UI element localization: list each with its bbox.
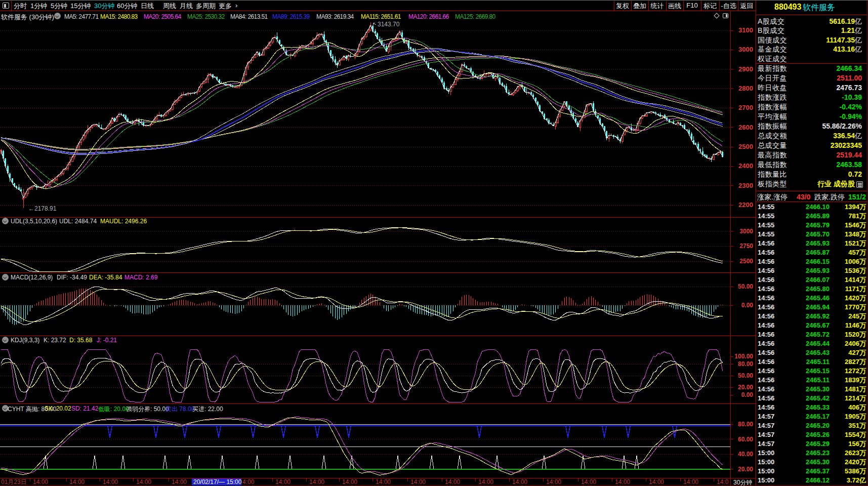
svg-text:14:00: 14:00 — [69, 478, 85, 485]
svg-text:14:00: 14:00 — [445, 478, 460, 485]
svg-text:0.00: 0.00 — [741, 302, 754, 309]
svg-text:14:00: 14:00 — [581, 478, 596, 485]
svg-text:14:00: 14:00 — [546, 478, 561, 485]
svg-text:2400: 2400 — [738, 162, 753, 170]
svg-text:60.00: 60.00 — [738, 436, 753, 443]
svg-text:4:00: 4:00 — [242, 478, 255, 485]
svg-text:3143.70: 3143.70 — [378, 21, 400, 28]
svg-text:2900: 2900 — [738, 65, 753, 73]
svg-text:14:00: 14:00 — [136, 478, 151, 485]
svg-text:20/02/17/— 15:00: 20/02/17/— 15:00 — [193, 478, 242, 485]
svg-text:2800: 2800 — [738, 85, 753, 92]
svg-text:2600: 2600 — [738, 124, 753, 131]
svg-text:2300: 2300 — [738, 182, 753, 189]
svg-text:80.00: 80.00 — [738, 360, 753, 368]
svg-text:2500: 2500 — [739, 258, 753, 265]
svg-text:30分钟: 30分钟 — [733, 479, 752, 486]
svg-text:100.00: 100.00 — [734, 353, 753, 360]
svg-text:14:00: 14:00 — [410, 478, 426, 485]
svg-text:20.00: 20.00 — [738, 466, 753, 473]
svg-text:←2178.91: ←2178.91 — [28, 205, 57, 212]
svg-text:3000: 3000 — [739, 228, 753, 235]
svg-text:3100: 3100 — [738, 26, 753, 34]
svg-text:14:0: 14:0 — [717, 478, 729, 485]
svg-text:14:00: 14:00 — [309, 478, 324, 485]
svg-text:40.00: 40.00 — [738, 451, 753, 458]
svg-text:20.00: 20.00 — [738, 384, 753, 391]
svg-text:14:00: 14:00 — [478, 478, 493, 485]
svg-text:14:00: 14:00 — [649, 478, 664, 485]
svg-text:2200: 2200 — [738, 201, 753, 209]
svg-text:50.00: 50.00 — [738, 283, 753, 290]
svg-text:14:00: 14:00 — [683, 478, 698, 485]
svg-text:14:00: 14:00 — [342, 478, 357, 485]
svg-text:50.00: 50.00 — [738, 372, 753, 379]
svg-text:2750: 2750 — [739, 242, 753, 250]
svg-text:3000: 3000 — [738, 46, 753, 53]
svg-text:0.00: 0.00 — [741, 391, 754, 398]
svg-text:14:00: 14:00 — [376, 478, 391, 485]
svg-text:14:00: 14:00 — [103, 478, 118, 485]
svg-text:14:00: 14:00 — [33, 478, 48, 485]
svg-text:14:00: 14:00 — [275, 478, 291, 485]
svg-text:01月23日: 01月23日 — [1, 478, 27, 485]
svg-text:2700: 2700 — [738, 104, 753, 111]
svg-text:14:00: 14:00 — [615, 478, 630, 485]
svg-text:2500: 2500 — [738, 143, 753, 150]
svg-text:14:00: 14:00 — [172, 478, 187, 485]
svg-text:80.00: 80.00 — [738, 421, 753, 428]
svg-text:14:00: 14:00 — [512, 478, 527, 485]
